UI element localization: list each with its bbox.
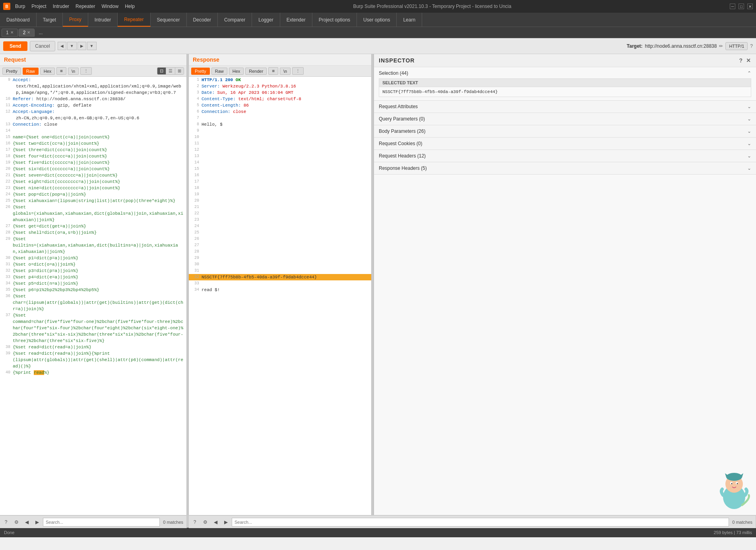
tab-proxy[interactable]: Proxy — [63, 13, 88, 27]
res-help-icon[interactable]: ? — [190, 518, 199, 527]
rep-tab-2[interactable]: 2 ✕ — [19, 29, 35, 37]
menu-intruder[interactable]: Intruder — [53, 4, 69, 9]
res-search-prev[interactable]: ◀ — [211, 518, 220, 527]
req-help-icon[interactable]: ? — [2, 518, 10, 527]
mascot-area — [374, 175, 756, 515]
rep-tab-1[interactable]: 1 ✕ — [2, 29, 18, 37]
response-search-input[interactable] — [232, 518, 729, 527]
req-raw-btn[interactable]: Raw — [23, 68, 39, 75]
menu-window[interactable]: Window — [101, 4, 118, 9]
tab-project-options[interactable]: Project options — [312, 13, 357, 27]
tab-intruder[interactable]: Intruder — [88, 13, 118, 27]
req-pretty-btn[interactable]: Pretty — [2, 68, 21, 75]
tab-comparer[interactable]: Comparer — [218, 13, 252, 27]
code-line: 21{%set seven=dict(ccccccc=a)|join|count… — [0, 172, 186, 179]
request-headers-header[interactable]: Request Headers (12) ⌄ — [374, 150, 756, 162]
response-search-matches: 0 matches — [731, 520, 754, 525]
res-search-next[interactable]: ▶ — [221, 518, 230, 527]
selection-chevron: ⌃ — [747, 70, 751, 76]
request-cookies-header[interactable]: Request Cookies (0) ⌄ — [374, 138, 756, 150]
line-number: 14 — [190, 159, 202, 166]
rep-tab-2-close[interactable]: ✕ — [27, 30, 30, 35]
menu-burp[interactable]: Burp — [15, 4, 25, 9]
query-params-header[interactable]: Query Parameters (0) ⌄ — [374, 113, 756, 125]
tab-extender[interactable]: Extender — [280, 13, 312, 27]
request-attributes-header[interactable]: Request Attributes ⌄ — [374, 101, 756, 113]
forward-arrow[interactable]: ▶ — [78, 42, 86, 50]
close-button[interactable]: ✕ — [747, 4, 753, 9]
res-render-btn[interactable]: Render — [245, 68, 267, 75]
tab-logger[interactable]: Logger — [252, 13, 280, 27]
selection-title[interactable]: Selection (44) ⌃ — [379, 70, 751, 76]
code-line: 17 — [189, 179, 371, 185]
help-icon[interactable]: ? — [750, 43, 753, 49]
res-hex-btn[interactable]: Hex — [229, 68, 244, 75]
response-headers-header[interactable]: Response Headers (5) ⌄ — [374, 162, 756, 174]
send-button[interactable]: Send — [3, 41, 27, 51]
line-number: 7 — [190, 115, 202, 121]
request-search-input[interactable] — [43, 518, 160, 527]
req-hex-btn[interactable]: Hex — [40, 68, 55, 75]
rep-tab-more[interactable]: ... — [35, 29, 46, 36]
code-line: 14 — [0, 128, 186, 134]
tab-user-options[interactable]: User options — [357, 13, 397, 27]
line-content: {%set eight=dict(cccccccc=a)|join|count%… — [13, 179, 185, 185]
code-line: 15name={%set one=dict(c=a)|join|count%} — [0, 134, 186, 140]
req-vg-split[interactable]: ⊡ — [157, 68, 166, 74]
inspector-request-headers: Request Headers (12) ⌄ — [374, 150, 756, 162]
tab-target[interactable]: Target — [37, 13, 63, 27]
tab-learn[interactable]: Learn — [397, 13, 422, 27]
request-search-matches: 0 matches — [161, 520, 185, 525]
rep-tab-1-close[interactable]: ✕ — [10, 30, 14, 35]
res-pretty-btn[interactable]: Pretty — [191, 68, 210, 75]
next-arrow2[interactable]: ▼ — [87, 42, 97, 50]
menu-repeater[interactable]: Repeater — [76, 4, 95, 9]
req-vg-horiz[interactable]: ☰ — [166, 68, 175, 74]
menu-help[interactable]: Help — [125, 4, 135, 9]
res-newline-btn[interactable]: \n — [280, 68, 291, 75]
code-line: 32NSSCTF{7ff75b8b-4fb5-40da-a39f-f9dab4d… — [189, 274, 371, 280]
menu-project[interactable]: Project — [31, 4, 46, 9]
line-number: 16 — [2, 140, 13, 147]
req-list-btn[interactable]: ≡ — [56, 67, 66, 75]
req-vg-full[interactable]: ⊞ — [175, 68, 184, 74]
code-line: 18{%set four=dict(cccc=a)|join|count%} — [0, 153, 186, 159]
line-number: 4 — [190, 96, 202, 102]
line-content: {%set — [13, 204, 185, 210]
line-number: 29 — [190, 255, 202, 261]
res-settings-icon[interactable]: ⚙ — [201, 518, 209, 527]
response-content[interactable]: 1HTTP/1.1 200 OK2Server: Werkzeug/2.2.3 … — [189, 77, 371, 515]
line-number: 3 — [190, 89, 202, 96]
body-params-header[interactable]: Body Parameters (26) ⌄ — [374, 125, 756, 137]
code-line: 29{%set — [0, 236, 186, 242]
line-content: (lipsum|attr(globals))|attr(get)(shell)|… — [13, 357, 185, 369]
maximize-button[interactable]: □ — [739, 4, 744, 9]
tab-repeater[interactable]: Repeater — [118, 13, 150, 27]
prev-arrow[interactable]: ◀ — [58, 42, 66, 50]
res-more-btn[interactable]: ⋮ — [292, 67, 304, 75]
req-more-btn[interactable]: ⋮ — [80, 67, 92, 75]
request-toolbar: Pretty Raw Hex ≡ \n ⋮ ⊡ ☰ ⊞ — [0, 66, 186, 77]
inspector-help-icon[interactable]: ? — [739, 57, 743, 64]
response-panel: Response Pretty Raw Hex Render ≡ \n ⋮ 1H… — [189, 54, 372, 515]
tab-dashboard[interactable]: Dashboard — [0, 13, 37, 27]
line-content — [202, 147, 370, 153]
line-number: 33 — [190, 280, 202, 287]
tab-decoder[interactable]: Decoder — [187, 13, 218, 27]
cancel-button[interactable]: Cancel — [30, 41, 55, 51]
http-version[interactable]: HTTP/1 — [725, 42, 748, 50]
code-line: 36{%set — [0, 293, 186, 299]
req-search-prev[interactable]: ◀ — [22, 518, 31, 527]
tab-sequencer[interactable]: Sequencer — [151, 13, 187, 27]
edit-icon[interactable]: ✏ — [719, 43, 723, 49]
code-line: 16{%set two=dict(cc=a)|join|count%} — [0, 140, 186, 147]
res-raw-btn[interactable]: Raw — [211, 68, 227, 75]
next-arrow[interactable]: ▼ — [67, 42, 77, 50]
req-settings-icon[interactable]: ⚙ — [12, 518, 21, 527]
req-newline-btn[interactable]: \n — [68, 68, 79, 75]
req-search-next[interactable]: ▶ — [33, 518, 41, 527]
request-content[interactable]: 9Accept:text/html,application/xhtml+xml,… — [0, 77, 186, 515]
minimize-button[interactable]: ─ — [730, 4, 735, 9]
inspector-close-icon[interactable]: ✕ — [746, 57, 751, 64]
res-list-btn[interactable]: ≡ — [268, 67, 278, 75]
